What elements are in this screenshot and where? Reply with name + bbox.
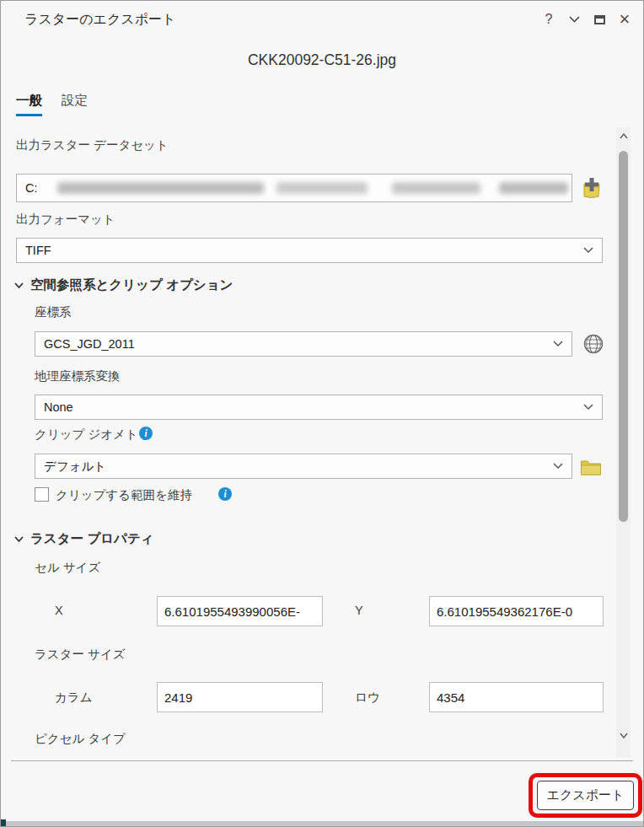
geo-transform-label: 地理座標系変換 — [35, 368, 121, 384]
cell-size-x-label: X — [55, 604, 63, 617]
cell-size-x-input[interactable] — [157, 596, 323, 626]
output-dataset-value: C: — [25, 181, 38, 195]
tab-general-label: 一般 — [16, 93, 42, 107]
cell-size-label: セル サイズ — [35, 560, 100, 576]
chevron-down-icon — [553, 463, 563, 470]
output-format-value: TIFF — [25, 244, 51, 257]
geo-transform-value: None — [44, 400, 73, 414]
coordinate-system-value: GCS_JGD_2011 — [44, 337, 135, 351]
scrollbar[interactable] — [616, 127, 631, 757]
clip-geometry-label: クリップ ジオメトリ — [35, 427, 151, 443]
cell-size-y-input[interactable] — [429, 596, 604, 626]
tab-settings-label: 設定 — [62, 93, 88, 107]
chevron-up-icon — [620, 133, 628, 139]
redacted-path-segment — [392, 182, 480, 194]
globe-icon — [582, 333, 604, 355]
float-window-icon — [594, 15, 605, 24]
folder-icon — [580, 458, 602, 476]
coordinate-system-label: 座標系 — [35, 304, 72, 320]
float-window-button[interactable] — [589, 9, 609, 30]
output-dataset-field[interactable]: C: — [16, 174, 572, 202]
scrollbar-down-button[interactable] — [616, 728, 631, 742]
section-spatial-reference-title: 空間参照系とクリップ オプション — [30, 277, 233, 294]
cell-size-y-label: Y — [355, 604, 363, 617]
section-collapse-icon — [14, 282, 24, 289]
coordinate-system-dropdown[interactable]: GCS_JGD_2011 — [35, 331, 572, 357]
output-format-dropdown[interactable]: TIFF — [16, 238, 603, 263]
select-coordinate-system-button[interactable] — [582, 332, 605, 356]
rows-label: ロウ — [355, 690, 380, 706]
dialog-title: ラスターのエクスポート — [24, 11, 175, 29]
window-controls: ? × — [539, 9, 635, 30]
window-bottom-edge — [1, 821, 643, 826]
pixel-type-label: ピクセル タイプ — [35, 731, 126, 747]
chevron-down-icon — [553, 341, 563, 347]
maintain-clip-extent-label: クリップする範囲を維持 — [56, 487, 192, 503]
section-raster-properties-title: ラスター プロパティ — [30, 530, 154, 548]
rows-input[interactable] — [429, 682, 604, 712]
tab-general[interactable]: 一般 — [16, 92, 42, 113]
redacted-path-segment — [57, 182, 264, 194]
redacted-path-segment — [499, 182, 568, 194]
export-raster-dialog: ラスターのエクスポート ? × CKK20092-C51-26.jpg 一般 設… — [0, 0, 644, 827]
tab-settings[interactable]: 設定 — [62, 92, 88, 113]
section-raster-properties-header[interactable]: ラスター プロパティ — [14, 530, 154, 548]
section-spatial-reference-header[interactable]: 空間参照系とクリップ オプション — [14, 277, 233, 294]
columns-label: カラム — [55, 690, 93, 706]
add-data-icon — [581, 176, 603, 200]
close-button[interactable]: × — [614, 9, 635, 30]
info-icon[interactable]: i — [218, 487, 232, 501]
help-icon: ? — [545, 12, 553, 27]
chevron-down-icon — [620, 733, 628, 738]
footer-divider — [11, 760, 633, 761]
export-button[interactable]: エクスポート — [537, 781, 634, 810]
scrollbar-thumb[interactable] — [619, 151, 628, 522]
redacted-path-segment — [276, 182, 368, 194]
geo-transform-dropdown[interactable]: None — [35, 395, 603, 420]
annotation-highlight: エクスポート — [529, 773, 642, 818]
chevron-down-icon — [583, 247, 593, 254]
section-collapse-icon — [14, 536, 24, 543]
help-button[interactable]: ? — [539, 9, 559, 30]
browse-add-data-button[interactable] — [579, 175, 604, 201]
raster-size-label: ラスター サイズ — [35, 647, 126, 663]
scrollbar-up-button[interactable] — [616, 129, 631, 142]
close-icon: × — [620, 10, 631, 29]
columns-input[interactable] — [157, 682, 323, 712]
dock-menu-button[interactable] — [564, 9, 584, 30]
output-dataset-label: 出力ラスター データセット — [16, 137, 169, 153]
maintain-clip-extent-checkbox[interactable] — [35, 487, 49, 502]
chevron-down-icon — [569, 16, 580, 23]
browse-folder-button[interactable] — [579, 456, 603, 478]
clip-geometry-dropdown[interactable]: デフォルト — [35, 454, 572, 479]
chevron-down-icon — [583, 404, 593, 411]
output-format-label: 出力フォーマット — [16, 212, 115, 228]
info-icon[interactable]: i — [139, 427, 153, 440]
window-corner-accent — [1, 819, 6, 826]
clip-geometry-value: デフォルト — [44, 459, 106, 475]
source-filename: CKK20092-C51-26.jpg — [1, 51, 643, 69]
active-tab-underline — [16, 114, 42, 116]
